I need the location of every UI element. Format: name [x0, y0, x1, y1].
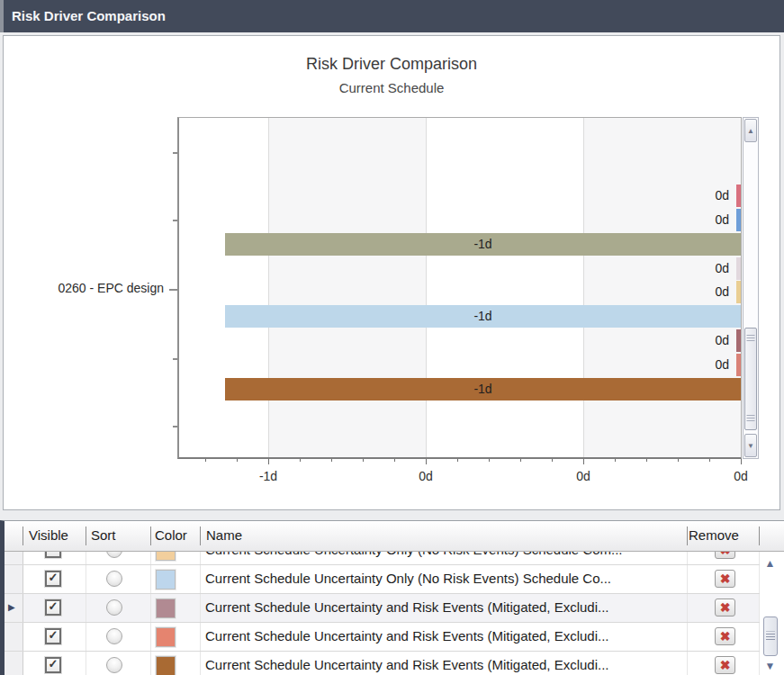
- remove-button[interactable]: ✖: [715, 570, 735, 588]
- window-title-bar[interactable]: Risk Driver Comparison: [0, 0, 784, 32]
- bar-sliver: [736, 354, 741, 376]
- row-selector-arrow-icon: ▶: [8, 602, 15, 613]
- checkmark-icon: ✓: [47, 600, 59, 613]
- color-swatch[interactable]: [156, 627, 176, 647]
- header-separator: [150, 526, 151, 545]
- x-axis-tick: [331, 459, 332, 462]
- x-axis-tick: [489, 459, 490, 462]
- remove-x-icon: ✖: [716, 552, 734, 558]
- column-header-color: Color: [155, 521, 187, 550]
- row-gutter: [5, 623, 23, 651]
- column-separator: [150, 565, 151, 593]
- column-separator: [150, 623, 151, 651]
- color-swatch[interactable]: [156, 570, 176, 590]
- bar-sliver: [736, 329, 741, 352]
- remove-x-icon: ✖: [716, 657, 734, 673]
- column-header-sort: Sort: [91, 521, 116, 550]
- table-row[interactable]: ✓Current Schedule Uncertainty Only (No R…: [5, 565, 784, 594]
- chart-scrollbar-thumb[interactable]: [744, 328, 757, 430]
- chart-scrollbar: ▲ ▼: [743, 117, 759, 459]
- bar-value-label: 0d: [715, 329, 729, 352]
- column-separator: [86, 552, 86, 564]
- header-separator: [687, 526, 688, 545]
- scrollbar-grip: [747, 415, 755, 421]
- checkmark-icon: ✓: [47, 572, 59, 584]
- remove-button[interactable]: ✖: [715, 627, 735, 645]
- column-separator: [200, 552, 201, 564]
- column-header-remove: Remove: [689, 521, 739, 550]
- row-gutter: ▶: [5, 594, 23, 622]
- scrollbar-grip: [747, 335, 755, 341]
- x-axis-label: 0d: [547, 469, 619, 483]
- color-swatch[interactable]: [156, 552, 176, 561]
- visible-checkbox[interactable]: ✓: [45, 657, 61, 673]
- table-row[interactable]: ✓Current Schedule Uncertainty Only (No R…: [5, 552, 784, 565]
- table-row[interactable]: ✓Current Schedule Uncertainty and Risk E…: [5, 652, 784, 675]
- table-scrollbar-thumb[interactable]: [763, 616, 778, 656]
- x-axis-tick: [741, 459, 742, 464]
- x-axis-tick: [237, 459, 238, 462]
- column-separator: [687, 552, 688, 564]
- chart-scroll-down-button[interactable]: ▼: [744, 434, 757, 457]
- remove-button[interactable]: ✖: [715, 598, 735, 616]
- bar-value-label: -1d: [225, 305, 741, 328]
- table-scroll-down-button[interactable]: ▼: [760, 660, 780, 672]
- x-axis-tick: [520, 459, 521, 462]
- column-separator: [200, 652, 201, 675]
- sort-radio[interactable]: [106, 571, 122, 587]
- row-gutter: [5, 565, 23, 593]
- table-header: VisibleSortColorNameRemove: [5, 521, 784, 552]
- gridline: [741, 118, 742, 457]
- x-axis-tick: [709, 459, 710, 462]
- sort-radio[interactable]: [106, 628, 122, 644]
- x-axis-label: -1d: [232, 469, 304, 483]
- sort-radio[interactable]: [106, 599, 122, 616]
- plot-area: 0d0d-1d0d0d-1d0d0d-1d: [177, 117, 742, 459]
- x-axis: [179, 459, 742, 466]
- x-axis-label: 0d: [705, 469, 777, 483]
- visible-checkbox[interactable]: ✓: [45, 552, 61, 558]
- table-row[interactable]: ▶✓Current Schedule Uncertainty and Risk …: [5, 594, 784, 623]
- remove-button[interactable]: ✖: [715, 656, 735, 674]
- x-axis-tick: [552, 459, 553, 462]
- x-axis-tick: [615, 459, 616, 462]
- checkmark-icon: ✓: [47, 552, 59, 555]
- bar-row: 0d: [179, 354, 741, 376]
- color-swatch[interactable]: [156, 598, 176, 618]
- scroll-down-icon: ▼: [765, 660, 776, 672]
- x-axis-tick: [678, 459, 679, 462]
- table-row[interactable]: ✓Current Schedule Uncertainty and Risk E…: [5, 623, 784, 652]
- color-swatch[interactable]: [156, 656, 176, 675]
- bar: -1d: [225, 378, 741, 400]
- column-separator: [86, 623, 86, 651]
- column-separator: [150, 552, 151, 564]
- visible-checkbox[interactable]: ✓: [45, 571, 61, 587]
- series-name: Current Schedule Uncertainty Only (No Ri…: [205, 552, 682, 563]
- x-axis-tick: [583, 459, 584, 464]
- chart-scroll-up-button[interactable]: ▲: [744, 119, 757, 142]
- visible-checkbox[interactable]: ✓: [45, 599, 61, 616]
- bar-sliver: [736, 257, 741, 280]
- column-separator: [687, 594, 688, 622]
- y-axis-tick: [169, 289, 177, 291]
- series-name: Current Schedule Uncertainty and Risk Ev…: [205, 652, 682, 675]
- table-scroll-up-button[interactable]: ▲: [760, 557, 780, 570]
- scroll-up-icon: ▲: [765, 557, 776, 570]
- bar-row: -1d: [179, 378, 741, 400]
- column-separator: [86, 652, 86, 675]
- sort-radio[interactable]: [106, 552, 122, 558]
- column-separator: [200, 623, 201, 651]
- bar: -1d: [225, 305, 741, 328]
- sort-radio[interactable]: [106, 657, 122, 673]
- scrollbar-grip: [766, 632, 775, 642]
- scroll-down-icon: ▼: [747, 442, 754, 450]
- header-separator: [86, 526, 86, 545]
- remove-x-icon: ✖: [716, 571, 734, 587]
- bar-value-label: 0d: [715, 184, 729, 207]
- remove-button[interactable]: ✖: [715, 552, 735, 559]
- x-axis-tick: [646, 459, 647, 462]
- header-separator: [23, 526, 23, 545]
- column-separator: [86, 594, 86, 622]
- remove-x-icon: ✖: [716, 628, 734, 644]
- visible-checkbox[interactable]: ✓: [45, 628, 61, 644]
